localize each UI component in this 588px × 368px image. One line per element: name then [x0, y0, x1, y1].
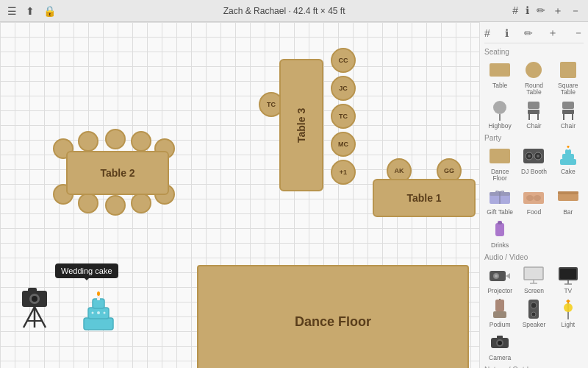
item-chair2[interactable]: Chair	[553, 99, 584, 130]
svg-rect-23	[562, 110, 574, 114]
item-highboy[interactable]: Highboy	[484, 99, 515, 130]
svg-rect-44	[495, 223, 504, 236]
minus-icon[interactable]: －	[570, 4, 581, 18]
svg-point-35	[567, 146, 569, 148]
sidebar-add-icon[interactable]: ＋	[548, 26, 558, 40]
main-area: Table 2 TC CC JC TC MC +1 Table 3 AK GG …	[0, 22, 588, 368]
svg-rect-18	[528, 102, 539, 109]
grid-icon[interactable]: #	[512, 4, 518, 18]
seat	[131, 131, 151, 152]
item-chair[interactable]: Chair	[518, 99, 549, 130]
upload-icon[interactable]: ⬆	[26, 5, 35, 17]
item-square-table[interactable]: Square Table	[553, 59, 584, 96]
item-round-table[interactable]: Round Table	[518, 59, 549, 96]
sidebar: # ℹ ✏ ＋ － Seating Table Round Table Squa…	[479, 22, 588, 368]
svg-point-70	[498, 341, 502, 345]
seat	[105, 195, 126, 216]
svg-point-40	[526, 195, 534, 201]
svg-point-16	[493, 101, 506, 114]
seat-person: MC	[331, 132, 356, 157]
svg-rect-42	[558, 194, 578, 201]
svg-rect-55	[560, 269, 576, 279]
svg-point-65	[564, 303, 573, 312]
seat	[131, 193, 151, 213]
seat-person: CC	[331, 48, 356, 73]
svg-rect-8	[84, 318, 113, 330]
svg-point-3	[32, 296, 37, 302]
svg-line-6	[35, 307, 46, 328]
item-table[interactable]: Table	[484, 59, 515, 96]
svg-marker-50	[506, 273, 510, 279]
item-dj-booth[interactable]: DJ Booth	[518, 145, 549, 183]
svg-rect-68	[497, 336, 503, 339]
svg-marker-66	[566, 300, 570, 303]
dance-floor: Dance Floor	[197, 265, 469, 368]
svg-rect-22	[562, 102, 574, 109]
svg-rect-33	[565, 149, 571, 155]
item-speaker[interactable]: Speaker	[518, 298, 549, 328]
svg-point-15	[104, 312, 106, 314]
item-light[interactable]: Light	[553, 298, 584, 328]
item-cake[interactable]: Cake	[553, 145, 584, 183]
item-dance-floor[interactable]: Dance Floor	[484, 145, 515, 183]
seat	[78, 193, 98, 213]
svg-point-41	[534, 195, 541, 201]
seating-grid: Table Round Table Square Table Highboy	[484, 59, 584, 130]
seat	[78, 131, 98, 152]
svg-point-30	[537, 155, 539, 158]
svg-line-4	[24, 307, 35, 328]
svg-point-14	[92, 312, 94, 314]
item-bar[interactable]: Bar	[553, 185, 584, 216]
sidebar-toolbar: # ℹ ✏ ＋ －	[484, 26, 584, 43]
item-gift-table[interactable]: Gift Table	[484, 185, 515, 216]
table-2[interactable]: Table 2	[66, 151, 169, 195]
canvas[interactable]: Table 2 TC CC JC TC MC +1 Table 3 AK GG …	[0, 22, 479, 368]
item-drinks[interactable]: Drinks	[484, 219, 515, 249]
svg-point-13	[97, 311, 100, 314]
svg-point-28	[528, 155, 531, 158]
info-icon[interactable]: ℹ	[526, 4, 529, 18]
add-icon[interactable]: ＋	[553, 4, 563, 18]
svg-point-49	[495, 275, 498, 277]
wedding-cake-icon	[79, 287, 118, 338]
sidebar-pen-icon[interactable]: ✏	[524, 27, 533, 39]
party-grid: Dance Floor DJ Booth	[484, 145, 584, 249]
sidebar-minus-icon[interactable]: －	[573, 26, 584, 40]
svg-point-63	[531, 312, 536, 316]
svg-rect-1	[28, 288, 37, 294]
seat-person: JC	[331, 76, 356, 101]
svg-rect-59	[493, 311, 506, 318]
svg-rect-31	[560, 159, 576, 165]
sidebar-info-icon[interactable]: ℹ	[505, 27, 509, 39]
toolbar-right: # ℹ ✏ ＋ －	[512, 4, 581, 18]
svg-point-12	[97, 291, 100, 296]
svg-point-46	[498, 222, 502, 224]
wedding-cake-tooltip: Wedding cake	[55, 263, 118, 278]
item-screen[interactable]: Screen	[518, 264, 549, 294]
svg-rect-19	[528, 110, 539, 114]
item-camera[interactable]: Camera	[484, 331, 515, 361]
seat-person: +1	[331, 160, 356, 185]
item-podium[interactable]: Podium	[484, 298, 515, 328]
svg-rect-43	[558, 191, 578, 194]
camera-tripod-icon	[16, 287, 53, 342]
pen-icon[interactable]: ✏	[537, 4, 545, 18]
item-food[interactable]: Food	[518, 185, 549, 216]
item-projector[interactable]: Projector	[484, 264, 515, 294]
canvas-title: Zach & Rachael · 42.4 ft × 45 ft	[65, 6, 503, 16]
sidebar-grid-icon[interactable]: #	[484, 27, 490, 39]
seat-person: TC	[331, 104, 356, 129]
item-tv[interactable]: TV	[553, 264, 584, 294]
lock-icon[interactable]: 🔒	[43, 5, 56, 17]
table-1[interactable]: Table 1	[373, 179, 476, 217]
section-party-label: Party	[484, 134, 584, 142]
svg-point-62	[531, 302, 537, 308]
seat	[105, 129, 126, 149]
menu-icon[interactable]: ☰	[7, 5, 17, 17]
table-3[interactable]: Table 3	[279, 59, 323, 191]
toolbar: ☰ ⬆ 🔒 Zach & Rachael · 42.4 ft × 45 ft #…	[0, 0, 588, 22]
svg-rect-58	[495, 300, 504, 311]
svg-rect-32	[562, 154, 574, 160]
svg-rect-51	[524, 267, 543, 280]
av-grid: Projector Screen	[484, 264, 584, 361]
